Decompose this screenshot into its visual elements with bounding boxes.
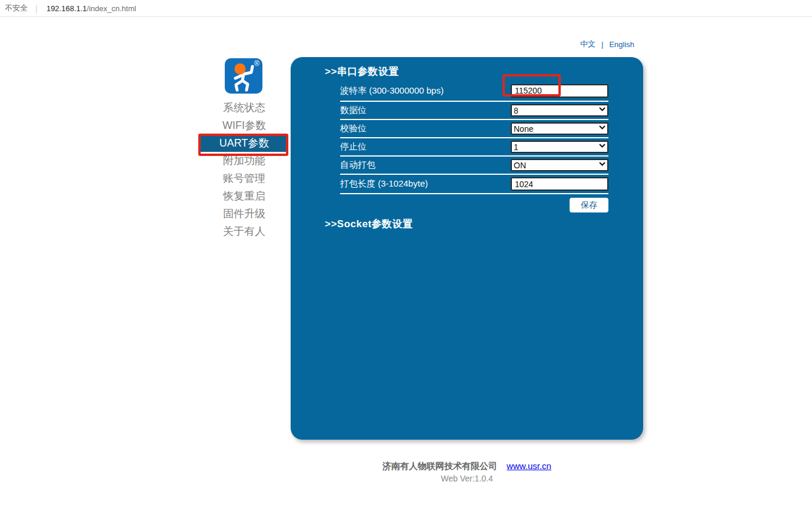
baud-rate-label: 波特率 (300-3000000 bps): [340, 85, 444, 97]
url-path: /index_cn.html: [87, 4, 137, 13]
stop-bits-label: 停止位: [340, 141, 367, 152]
sidebar-item-firmware-upgrade[interactable]: 固件升级: [201, 205, 288, 222]
usr-website-link[interactable]: www.usr.cn: [507, 461, 551, 471]
sidebar-item-account-management[interactable]: 账号管理: [201, 170, 288, 187]
stop-bits-select-wrap: 1: [511, 141, 608, 153]
packet-length-label: 打包长度 (3-1024byte): [340, 178, 428, 190]
serial-params-form: 波特率 (300-3000000 bps) 数据位 8 校验位 None: [340, 81, 608, 194]
parity-label: 校验位: [340, 123, 367, 134]
data-bits-label: 数据位: [340, 105, 367, 116]
field-row-data-bits: 数据位 8: [340, 102, 608, 120]
serial-params-section-title: >>串口参数设置: [325, 65, 643, 78]
sidebar-item-restore-restart[interactable]: 恢复重启: [201, 187, 288, 205]
company-name: 济南有人物联网技术有限公司: [382, 461, 497, 471]
footer-company-line: 济南有人物联网技术有限公司www.usr.cn: [291, 461, 643, 472]
parity-select-wrap: None: [511, 122, 608, 135]
language-english-link[interactable]: English: [609, 40, 634, 49]
parity-select[interactable]: None: [511, 122, 608, 135]
field-row-parity: 校验位 None: [340, 120, 608, 138]
sidebar-menu: 系统状态 WIFI参数 UART参数 附加功能 账号管理 恢复重启 固件升级 关…: [201, 99, 288, 240]
language-divider: |: [601, 40, 603, 49]
usr-logo-icon: ®: [224, 58, 263, 95]
auto-packet-select[interactable]: ON: [511, 159, 608, 171]
uart-settings-panel: >>串口参数设置 波特率 (300-3000000 bps) 数据位 8 校验位…: [291, 57, 643, 440]
auto-packet-select-wrap: ON: [511, 159, 608, 171]
save-button[interactable]: 保存: [570, 198, 608, 212]
page-url[interactable]: 192.168.1.1/index_cn.html: [46, 4, 137, 13]
field-row-stop-bits: 停止位 1: [340, 138, 608, 157]
language-switcher: 中文 | English: [580, 39, 634, 49]
field-row-packet-length: 打包长度 (3-1024byte): [340, 175, 608, 194]
url-divider: |: [35, 4, 38, 14]
security-status-label: 不安全: [5, 3, 28, 14]
auto-packet-label: 自动打包: [340, 160, 375, 171]
sidebar-item-addon-features[interactable]: 附加功能: [201, 152, 288, 170]
sidebar-item-about-usr[interactable]: 关于有人: [201, 222, 288, 240]
sidebar-item-system-status[interactable]: 系统状态: [201, 99, 288, 117]
data-bits-select-wrap: 8: [511, 104, 608, 117]
sidebar-item-uart-params[interactable]: UART参数: [201, 134, 288, 152]
browser-url-bar: 不安全 | 192.168.1.1/index_cn.html: [0, 0, 812, 17]
stop-bits-select[interactable]: 1: [511, 141, 608, 153]
page-footer: 济南有人物联网技术有限公司www.usr.cn Web Ver:1.0.4: [291, 461, 643, 483]
sidebar-item-wifi-params[interactable]: WIFI参数: [201, 117, 288, 134]
field-row-baud-rate: 波特率 (300-3000000 bps): [340, 81, 608, 102]
language-chinese-link[interactable]: 中文: [580, 39, 595, 49]
data-bits-select[interactable]: 8: [511, 104, 608, 117]
save-row: 保存: [340, 198, 608, 212]
socket-params-section-title: >>Socket参数设置: [325, 217, 643, 231]
web-version-label: Web Ver:1.0.4: [291, 474, 643, 483]
usr-logo: ®: [224, 58, 263, 95]
url-host: 192.168.1.1: [46, 4, 87, 13]
registered-trademark-icon: ®: [254, 59, 259, 68]
baud-rate-input[interactable]: [511, 84, 608, 98]
field-row-auto-packet: 自动打包 ON: [340, 157, 608, 175]
packet-length-input[interactable]: [511, 177, 608, 191]
